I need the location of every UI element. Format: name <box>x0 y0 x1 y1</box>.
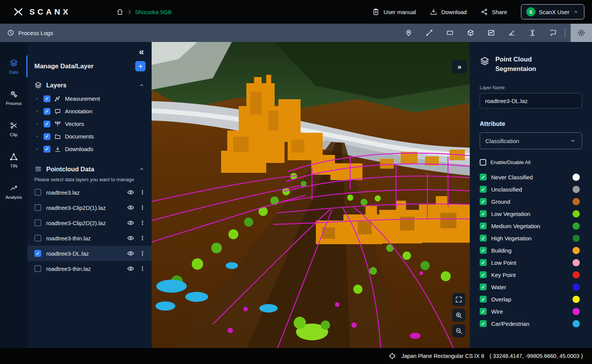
profile-chart-tool[interactable] <box>481 24 501 42</box>
file-row[interactable]: roadtree3.laz <box>27 185 152 200</box>
class-checkbox[interactable] <box>480 308 487 315</box>
attribute-selected-value: Classification <box>485 138 519 144</box>
nav-item-data[interactable]: Data <box>0 52 27 81</box>
class-color-dot <box>573 320 580 327</box>
process-logs-button[interactable]: Process Logs <box>7 29 53 37</box>
class-label: Key Point <box>491 272 568 278</box>
comment-tool[interactable] <box>543 24 563 42</box>
layer-group-vectors[interactable]: Vectors <box>27 118 152 130</box>
class-checkbox[interactable] <box>480 235 487 242</box>
enable-all-checkbox[interactable] <box>480 159 486 166</box>
toolbar-divider <box>565 28 565 38</box>
volume-tool[interactable] <box>460 24 481 42</box>
class-checkbox[interactable] <box>480 247 487 254</box>
class-checkbox[interactable] <box>480 210 487 217</box>
kebab-menu-icon[interactable] <box>139 205 146 211</box>
kebab-menu-icon[interactable] <box>139 220 146 226</box>
user-manual-button[interactable]: User manual <box>372 8 416 16</box>
zoom-out-button[interactable] <box>452 324 465 337</box>
gear-icon <box>577 29 586 37</box>
file-checkbox[interactable] <box>34 235 41 242</box>
file-row[interactable]: roadtree3-Clip2D(1).laz <box>27 200 152 215</box>
file-checkbox[interactable] <box>34 189 41 196</box>
kebab-menu-icon[interactable] <box>139 266 146 272</box>
layer-group-checkbox[interactable] <box>44 108 50 115</box>
angle-measure-tool[interactable] <box>501 24 522 42</box>
chevron-down-icon[interactable] <box>34 147 40 152</box>
brand-logo[interactable]: SCANX <box>11 7 71 17</box>
layer-group-checkbox[interactable] <box>44 146 50 153</box>
line-icon <box>425 29 433 37</box>
fit-view-button[interactable] <box>452 293 465 306</box>
chevron-down-icon[interactable] <box>34 134 40 139</box>
layer-name-input[interactable]: roadtree3-DL.laz <box>480 93 582 108</box>
layers-section-header[interactable]: Layers <box>27 81 152 89</box>
class-checkbox[interactable] <box>480 174 487 180</box>
collapse-panel-button[interactable]: « <box>139 47 144 56</box>
class-checkbox[interactable] <box>480 271 487 278</box>
eye-visibility-icon[interactable] <box>127 265 134 272</box>
chevron-up-icon[interactable] <box>139 82 145 88</box>
kebab-menu-icon[interactable] <box>139 235 146 241</box>
file-row[interactable]: roadtree3-Clip2D(2).laz <box>27 215 152 230</box>
file-row[interactable]: roadtree3-thin.laz <box>27 261 152 276</box>
chevron-down-icon[interactable] <box>34 96 40 101</box>
class-checkbox[interactable] <box>480 222 487 229</box>
layer-group-checkbox[interactable] <box>44 95 50 102</box>
class-checkbox[interactable] <box>480 259 487 266</box>
attribute-select[interactable]: Classification <box>480 132 582 149</box>
chevron-down-icon[interactable] <box>34 109 40 114</box>
file-row[interactable]: roadtree3-DL.laz <box>27 246 152 261</box>
eye-visibility-icon[interactable] <box>127 250 134 257</box>
zoom-in-button[interactable] <box>452 309 465 322</box>
eye-visibility-icon[interactable] <box>127 219 134 227</box>
distance-measure-tool[interactable] <box>419 24 440 42</box>
breadcrumb-project[interactable]: Shizuoka 5GB <box>135 9 172 15</box>
class-color-dot <box>573 198 580 205</box>
class-checkbox[interactable] <box>480 296 487 303</box>
file-row[interactable]: roadtree3-thin.laz <box>27 230 152 246</box>
layer-group-checkbox[interactable] <box>44 121 50 127</box>
layer-group-checkbox[interactable] <box>44 133 50 140</box>
nav-item-tin[interactable]: TIN <box>0 146 27 175</box>
home-icon[interactable] <box>116 8 124 16</box>
kebab-menu-icon[interactable] <box>139 250 146 256</box>
height-measure-tool[interactable] <box>522 24 543 42</box>
pin-icon <box>405 29 412 37</box>
chevron-up-icon[interactable] <box>139 166 145 172</box>
settings-button[interactable] <box>571 24 592 42</box>
eye-visibility-icon[interactable] <box>127 234 134 242</box>
kebab-menu-icon[interactable] <box>139 189 146 195</box>
layer-group-annotation[interactable]: Annotation <box>27 105 152 118</box>
file-checkbox[interactable] <box>34 250 41 257</box>
viewport-3d[interactable]: » <box>152 42 470 348</box>
file-checkbox[interactable] <box>34 265 41 272</box>
nav-item-clip[interactable]: Clip <box>0 114 27 143</box>
share-button[interactable]: Share <box>480 8 507 16</box>
class-checkbox[interactable] <box>480 320 487 327</box>
expand-panel-button[interactable]: » <box>452 60 467 73</box>
user-menu-button[interactable]: S ScanX User <box>521 4 584 19</box>
location-tool[interactable] <box>398 24 419 42</box>
layer-group-measurement[interactable]: Measurement <box>27 92 152 105</box>
add-layer-button[interactable] <box>135 61 146 71</box>
layer-group-documents[interactable]: Documents <box>27 130 152 143</box>
file-checkbox[interactable] <box>34 204 41 211</box>
class-checkbox[interactable] <box>480 186 487 193</box>
process-logs-label: Process Logs <box>18 30 53 36</box>
rectangle-select-tool[interactable] <box>440 24 460 42</box>
eye-visibility-icon[interactable] <box>127 204 134 211</box>
eye-visibility-icon[interactable] <box>127 188 134 196</box>
pointcloud-section-header[interactable]: Pointcloud Data <box>27 165 152 173</box>
layers-heading: Layers <box>46 82 66 89</box>
class-checkbox[interactable] <box>480 283 487 290</box>
download-icon <box>430 8 437 16</box>
file-checkbox[interactable] <box>34 219 41 226</box>
class-checkbox[interactable] <box>480 198 487 205</box>
nav-item-process[interactable]: Process <box>0 83 27 112</box>
chevron-down-icon[interactable] <box>34 121 40 127</box>
enable-disable-all-row[interactable]: Enable/Disable All <box>480 159 582 166</box>
nav-item-analysis[interactable]: Analysis <box>0 177 27 206</box>
layer-group-downloads[interactable]: Downloads <box>27 143 152 155</box>
download-button[interactable]: Download <box>430 8 467 16</box>
